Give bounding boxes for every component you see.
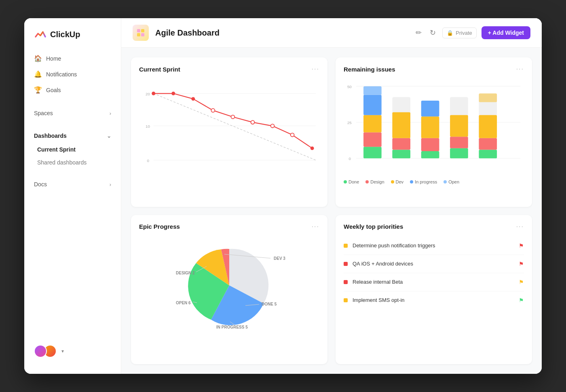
svg-text:10: 10 [146, 124, 150, 129]
svg-rect-3 [141, 33, 144, 36]
priority-dot-3 [344, 280, 348, 284]
svg-rect-49 [479, 93, 497, 102]
legend-inprogress-dot [410, 180, 413, 183]
svg-text:0: 0 [348, 156, 351, 161]
priority-item-3: Release internal Beta ⚑ [344, 273, 524, 291]
svg-point-15 [231, 115, 234, 119]
remaining-issues-legend: Done Design Dev In progress [344, 179, 524, 184]
avatar-user-1 [34, 345, 47, 358]
sidebar-item-dashboards[interactable]: Dashboards ⌄ [24, 129, 121, 143]
legend-dev-label: Dev [396, 179, 404, 184]
sidebar-item-notifications-label: Notifications [46, 71, 77, 78]
svg-point-13 [191, 97, 195, 101]
sidebar-item-current-sprint[interactable]: Current Sprint [24, 143, 121, 156]
priority-text-1: Determine push notification triggers [353, 242, 514, 249]
svg-rect-37 [421, 151, 439, 158]
legend-inprogress-label: In progress [415, 179, 437, 184]
widget-epic-progress-menu[interactable]: ··· [312, 223, 319, 230]
widget-current-sprint: Current Sprint ··· 20 10 0 [131, 57, 327, 207]
svg-text:DEV 3: DEV 3 [274, 256, 285, 261]
widget-remaining-issues: Remaining issues ··· 50 25 0 [336, 57, 532, 207]
priority-flag-1: ⚑ [519, 242, 524, 249]
add-widget-button[interactable]: + Add Widget [482, 26, 530, 39]
legend-done-label: Done [348, 179, 359, 184]
svg-rect-0 [137, 29, 140, 32]
sidebar-item-docs[interactable]: Docs › [24, 177, 121, 192]
legend-design: Design [365, 179, 384, 184]
home-icon: 🏠 [34, 55, 42, 62]
priority-item-2: QA iOS + Android devices ⚑ [344, 255, 524, 273]
sidebar: ClickUp 🏠 Home 🔔 Notifications 🏆 Goals S… [24, 18, 121, 374]
priority-flag-2: ⚑ [519, 261, 524, 267]
legend-open: Open [444, 179, 459, 184]
widget-current-sprint-title: Current Sprint [139, 66, 180, 73]
priority-dot-1 [344, 244, 348, 248]
edit-button[interactable]: ✏ [414, 27, 423, 39]
svg-rect-47 [479, 138, 497, 150]
svg-text:DONE 5: DONE 5 [262, 302, 277, 306]
svg-point-12 [171, 92, 175, 95]
legend-done: Done [344, 179, 359, 184]
sidebar-item-goals[interactable]: 🏆 Goals [24, 82, 121, 98]
widget-remaining-issues-menu[interactable]: ··· [516, 65, 524, 73]
shared-dashboards-label: Shared dashboards [37, 159, 87, 166]
svg-rect-39 [421, 116, 439, 138]
spaces-chevron-icon: › [110, 110, 111, 116]
svg-rect-33 [392, 150, 410, 158]
svg-point-19 [310, 146, 314, 150]
grid-icon [136, 28, 145, 37]
svg-text:50: 50 [347, 84, 352, 89]
priority-item-4: Implement SMS opt-in ⚑ [344, 291, 524, 309]
widget-epic-progress-header: Epic Progress ··· [139, 223, 319, 230]
svg-rect-34 [392, 138, 410, 150]
priority-list: Determine push notification triggers ⚑ Q… [344, 237, 524, 309]
nav-divider-3 [24, 169, 121, 177]
svg-rect-2 [137, 33, 140, 36]
sidebar-item-spaces[interactable]: Spaces › [24, 106, 121, 120]
docs-label: Docs [34, 181, 47, 188]
sidebar-item-goals-label: Goals [46, 87, 61, 93]
priority-dot-4 [344, 298, 348, 302]
widget-current-sprint-menu[interactable]: ··· [312, 65, 319, 73]
private-badge: 🔒 Private [442, 27, 476, 38]
priority-flag-4: ⚑ [519, 297, 524, 303]
sidebar-item-notifications[interactable]: 🔔 Notifications [24, 66, 121, 82]
priority-flag-3: ⚑ [519, 279, 524, 285]
legend-design-label: Design [370, 179, 384, 184]
priority-item-1: Determine push notification triggers ⚑ [344, 237, 524, 255]
dashboard-icon [133, 25, 149, 41]
user-menu[interactable]: ▾ [24, 338, 121, 364]
sidebar-item-shared-dashboards[interactable]: Shared dashboards [24, 156, 121, 169]
svg-text:20: 20 [146, 92, 150, 96]
svg-rect-28 [363, 133, 382, 147]
svg-text:DESIGN 2: DESIGN 2 [176, 271, 195, 275]
svg-rect-31 [363, 86, 382, 95]
spaces-label: Spaces [34, 110, 53, 116]
legend-inprogress: In progress [410, 179, 437, 184]
svg-point-11 [152, 92, 155, 95]
sidebar-item-home[interactable]: 🏠 Home [24, 51, 121, 66]
svg-rect-43 [450, 137, 468, 148]
widget-current-sprint-header: Current Sprint ··· [139, 65, 319, 73]
sprint-burndown-chart: 20 10 0 [139, 79, 319, 176]
current-sprint-label: Current Sprint [37, 146, 76, 153]
widget-weekly-priorities-menu[interactable]: ··· [516, 223, 524, 230]
remaining-issues-chart: 50 25 0 [344, 79, 524, 176]
user-menu-chevron-icon: ▾ [61, 348, 64, 354]
widget-weekly-priorities: Weekly top priorities ··· Determine push… [336, 215, 532, 365]
main-content: Agile Dashboard ✏ ↻ 🔒 Private + Add Widg… [121, 18, 542, 374]
widget-remaining-issues-header: Remaining issues ··· [344, 65, 524, 73]
svg-rect-46 [479, 150, 497, 158]
priority-text-2: QA iOS + Android devices [353, 261, 514, 267]
header-actions: ✏ ↻ 🔒 Private + Add Widget [414, 26, 530, 39]
svg-rect-30 [363, 95, 382, 115]
svg-rect-1 [141, 29, 144, 32]
svg-text:IN PROGRESS 5: IN PROGRESS 5 [216, 325, 248, 329]
docs-chevron-icon: › [110, 181, 111, 188]
widget-weekly-priorities-title: Weekly top priorities [344, 223, 403, 230]
svg-rect-40 [421, 101, 439, 116]
legend-done-dot [344, 180, 347, 183]
app-container: ClickUp 🏠 Home 🔔 Notifications 🏆 Goals S… [24, 18, 542, 374]
logo: ClickUp [24, 28, 121, 51]
refresh-button[interactable]: ↻ [428, 27, 437, 39]
